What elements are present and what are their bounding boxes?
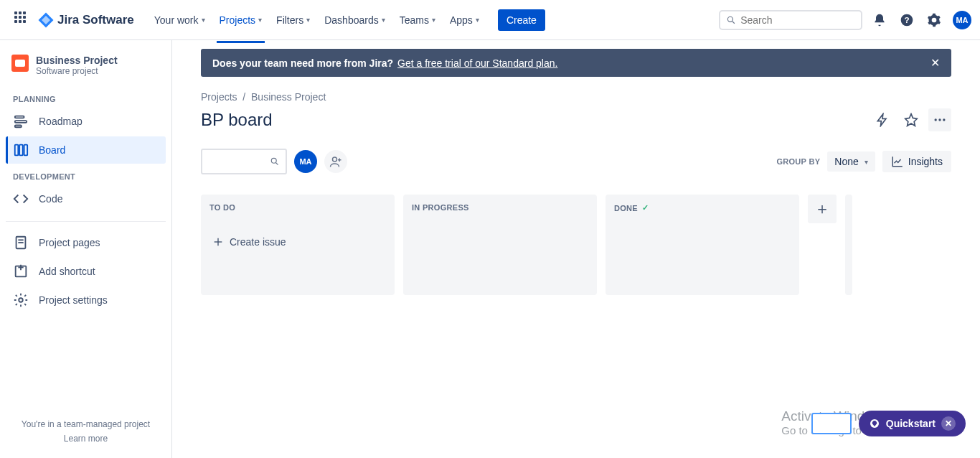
- board-search-input[interactable]: [208, 156, 270, 167]
- sidebar-item-label: Add shortcut: [39, 266, 95, 277]
- section-planning: PLANNING: [6, 88, 166, 108]
- user-avatar[interactable]: MA: [953, 11, 971, 29]
- close-icon[interactable]: ✕: [941, 416, 956, 431]
- chevron-down-icon: ▾: [382, 16, 385, 24]
- banner-lead: Does your team need more from Jira?: [212, 57, 393, 69]
- code-icon: [13, 191, 29, 207]
- groupby-dropdown[interactable]: None ▾: [827, 151, 875, 172]
- check-icon: ✓: [642, 203, 649, 212]
- project-name: Business Project: [36, 55, 118, 66]
- more-icon[interactable]: [928, 108, 951, 131]
- svg-line-21: [276, 163, 278, 165]
- column-done: DONE ✓: [606, 195, 799, 295]
- svg-rect-5: [15, 121, 27, 123]
- chevron-down-icon: ▾: [432, 16, 435, 24]
- logo-text: Jira Software: [57, 13, 134, 27]
- sidebar-item-project-pages[interactable]: Project pages: [6, 229, 166, 256]
- jira-logo[interactable]: Jira Software: [37, 11, 134, 29]
- help-icon[interactable]: ?: [898, 11, 915, 29]
- sidebar-item-label: Code: [39, 193, 62, 205]
- breadcrumb-root[interactable]: Projects: [201, 91, 237, 103]
- chevron-down-icon: ▾: [864, 158, 868, 166]
- project-header[interactable]: Business Project Software project: [6, 55, 166, 88]
- banner-close-icon[interactable]: ✕: [930, 56, 940, 70]
- star-icon[interactable]: [900, 108, 923, 131]
- sidebar-footer-link[interactable]: Learn more: [13, 434, 159, 444]
- project-type: Software project: [36, 66, 118, 76]
- sidebar-item-label: Project pages: [39, 237, 100, 248]
- board-icon: [13, 142, 29, 158]
- nav-projects[interactable]: Projects▾: [214, 9, 268, 32]
- svg-point-22: [333, 157, 337, 162]
- nav-dashboards[interactable]: Dashboards▾: [319, 9, 391, 32]
- selection-box: [811, 413, 852, 434]
- assignee-avatar[interactable]: MA: [294, 150, 317, 173]
- chevron-down-icon: ▾: [202, 16, 205, 24]
- sidebar-item-board[interactable]: Board: [6, 136, 166, 164]
- sidebar: Business Project Software project PLANNI…: [0, 40, 172, 458]
- groupby-label: GROUP BY: [776, 157, 820, 166]
- svg-rect-9: [24, 145, 28, 156]
- chevron-down-icon: ▾: [476, 16, 479, 24]
- search-input[interactable]: [740, 14, 855, 26]
- sidebar-item-label: Roadmap: [39, 116, 83, 127]
- nav-apps[interactable]: Apps▾: [444, 9, 485, 32]
- insights-icon: [891, 155, 904, 168]
- svg-text:?: ?: [904, 15, 909, 24]
- search-icon: [726, 14, 736, 26]
- svg-rect-6: [15, 126, 22, 128]
- chevron-down-icon: ▾: [258, 16, 262, 24]
- plus-icon: [212, 236, 224, 248]
- upgrade-banner: Does your team need more from Jira? Get …: [201, 49, 951, 77]
- quickstart-button[interactable]: Quickstart ✕: [859, 411, 966, 436]
- svg-rect-7: [15, 145, 19, 156]
- banner-link[interactable]: Get a free trial of our Standard plan.: [397, 57, 557, 69]
- breadcrumbs: Projects / Business Project: [172, 77, 980, 103]
- automation-icon[interactable]: [871, 108, 894, 131]
- roadmap-icon: [13, 113, 29, 129]
- nav-teams[interactable]: Teams▾: [394, 9, 441, 32]
- svg-point-17: [935, 118, 937, 121]
- global-search[interactable]: [719, 10, 862, 30]
- page-icon: [13, 235, 29, 251]
- app-switcher-icon[interactable]: [14, 11, 32, 29]
- jira-logo-icon: [37, 11, 55, 29]
- sidebar-item-roadmap[interactable]: Roadmap: [6, 108, 166, 135]
- nav-your-work[interactable]: Your work▾: [149, 9, 211, 32]
- sidebar-item-label: Board: [39, 144, 65, 156]
- notifications-icon[interactable]: [871, 11, 888, 29]
- board-search[interactable]: [201, 149, 287, 174]
- column-header[interactable]: DONE ✓: [614, 203, 791, 212]
- column-todo: TO DO Create issue: [201, 195, 395, 295]
- settings-icon[interactable]: [925, 11, 943, 29]
- svg-point-19: [943, 118, 945, 121]
- column-inprogress: IN PROGRESS: [403, 195, 597, 295]
- add-column-button[interactable]: ＋: [808, 195, 837, 223]
- nav-filters[interactable]: Filters▾: [270, 9, 316, 32]
- sidebar-item-label: Project settings: [39, 294, 108, 306]
- sidebar-item-project-settings[interactable]: Project settings: [6, 286, 166, 314]
- svg-point-20: [272, 158, 277, 163]
- column-header[interactable]: IN PROGRESS: [412, 203, 588, 212]
- search-icon: [270, 156, 280, 167]
- insights-button[interactable]: Insights: [882, 151, 951, 172]
- create-issue-button[interactable]: Create issue: [209, 229, 386, 255]
- svg-rect-4: [15, 116, 24, 118]
- create-button[interactable]: Create: [498, 9, 545, 31]
- shortcut-icon: [13, 263, 29, 279]
- breadcrumb-current[interactable]: Business Project: [251, 91, 326, 103]
- chevron-down-icon: ▾: [306, 16, 310, 24]
- svg-point-16: [19, 298, 23, 302]
- svg-rect-8: [19, 145, 23, 156]
- sidebar-item-add-shortcut[interactable]: Add shortcut: [6, 258, 166, 285]
- sidebar-item-code[interactable]: Code: [6, 185, 166, 212]
- project-icon: [11, 55, 29, 72]
- column-header[interactable]: TO DO: [209, 203, 386, 212]
- svg-point-18: [938, 118, 941, 121]
- add-people-button[interactable]: [324, 150, 347, 173]
- section-development: DEVELOPMENT: [6, 165, 166, 185]
- rocket-icon: [869, 418, 880, 429]
- svg-line-1: [732, 21, 735, 23]
- gear-icon: [13, 292, 29, 308]
- column-edge: [845, 195, 852, 295]
